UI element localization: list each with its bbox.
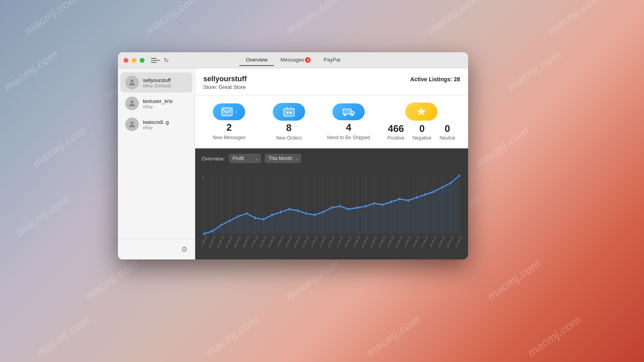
settings-button[interactable]: ⚙ xyxy=(180,243,189,255)
svg-text:11.05.22: 11.05.22 xyxy=(285,234,293,249)
svg-rect-3 xyxy=(222,108,232,116)
svg-text:07.05.22: 07.05.22 xyxy=(251,234,258,249)
svg-text:06.05.22: 06.05.22 xyxy=(242,234,250,249)
svg-point-7 xyxy=(344,114,346,116)
feedback-icon-btn[interactable] xyxy=(405,103,438,121)
store-name-block: sellyourstuff Store: Great Store xyxy=(203,75,247,90)
stat-card-messages: › 2 New Messages xyxy=(203,103,255,140)
shipping-label: Need to Be Shipped xyxy=(327,135,370,140)
avatar-sellyourstuff xyxy=(125,76,139,89)
svg-text:08.05.22: 08.05.22 xyxy=(259,234,267,249)
app-window: ↻ Overview Messages2 PayPal xyxy=(118,52,468,259)
store-username: sellyourstuff xyxy=(203,75,247,83)
svg-text:17.05.22: 17.05.22 xyxy=(336,234,343,249)
chart-controls: Overview: Profit Revenue Orders This Mon… xyxy=(202,154,462,163)
svg-point-43 xyxy=(220,224,222,227)
account-sub: eBay (Default) xyxy=(143,83,171,88)
svg-point-67 xyxy=(424,193,426,196)
svg-point-46 xyxy=(246,212,248,215)
svg-text:09.05.22: 09.05.22 xyxy=(268,234,275,249)
svg-text:12.05.22: 12.05.22 xyxy=(293,234,301,249)
svg-text:30.05.22: 30.05.22 xyxy=(446,234,454,249)
svg-point-0 xyxy=(130,80,133,82)
negative-count: 0 xyxy=(419,123,425,134)
feedback-positive: 466 Positive xyxy=(388,123,405,141)
chart-section: Overview: Profit Revenue Orders This Mon… xyxy=(195,148,468,259)
store-header: sellyourstuff Store: Great Store Active … xyxy=(195,68,468,95)
messages-label: New Messages xyxy=(213,135,246,140)
shipping-icon-btn[interactable] xyxy=(332,103,365,120)
svg-text:04.05.22: 04.05.22 xyxy=(225,234,233,249)
stats-row: › 2 New Messages 8 xyxy=(195,95,468,148)
main-panel: sellyourstuff Store: Great Store Active … xyxy=(195,68,468,259)
svg-text:1: 1 xyxy=(202,175,204,180)
traffic-lights xyxy=(118,58,144,63)
sidebar-toggle-button[interactable] xyxy=(151,57,160,64)
svg-point-52 xyxy=(297,209,299,212)
overview-label: Overview: xyxy=(202,156,225,162)
account-info-testuser-kris: testuser_kris eBay xyxy=(143,98,173,109)
account-item-sellyourstuff[interactable]: sellyourstuff eBay (Default) xyxy=(120,72,192,93)
svg-text:05.05.22: 05.05.22 xyxy=(234,234,242,249)
neutral-label: Neutral xyxy=(440,135,455,141)
svg-text:13.05.22: 13.05.22 xyxy=(302,234,310,249)
svg-text:19.05.22: 19.05.22 xyxy=(353,234,361,249)
account-item-testuser-kris[interactable]: testuser_kris eBay xyxy=(120,93,192,113)
svg-point-68 xyxy=(433,190,435,193)
svg-marker-9 xyxy=(417,107,426,115)
svg-point-47 xyxy=(254,216,256,220)
svg-point-53 xyxy=(305,212,307,215)
minimize-button[interactable] xyxy=(132,58,136,63)
metric-select[interactable]: Profit Revenue Orders xyxy=(229,154,261,163)
maximize-button[interactable] xyxy=(140,58,144,63)
account-name: sellyourstuff xyxy=(143,77,171,83)
orders-label: New Orders xyxy=(276,135,302,141)
toggle-bar xyxy=(151,60,160,61)
svg-point-42 xyxy=(212,229,214,232)
svg-point-64 xyxy=(399,197,401,201)
svg-point-6 xyxy=(289,111,291,113)
messages-icon-btn[interactable]: › xyxy=(213,103,245,120)
account-info-iwascoding: iwascodi..g eBay xyxy=(143,119,169,130)
neutral-count: 0 xyxy=(445,123,450,134)
svg-text:21.05.22: 21.05.22 xyxy=(370,234,378,249)
svg-point-50 xyxy=(280,210,282,214)
stat-card-feedback: 466 Positive 0 Negative 0 Neutral xyxy=(382,103,460,141)
orders-icon-btn[interactable] xyxy=(273,103,305,121)
svg-point-56 xyxy=(331,206,333,209)
svg-point-5 xyxy=(286,111,288,113)
svg-text:27.05.22: 27.05.22 xyxy=(421,234,428,249)
svg-point-59 xyxy=(356,206,358,209)
svg-text:31.05.22: 31.05.22 xyxy=(455,234,462,249)
sidebar: sellyourstuff eBay (Default) testuser_kr… xyxy=(118,68,195,259)
svg-point-69 xyxy=(441,186,443,189)
stat-card-orders: 8 New Orders xyxy=(263,103,314,141)
svg-text:28.05.22: 28.05.22 xyxy=(429,234,437,249)
tab-paypal[interactable]: PayPal xyxy=(317,54,347,66)
period-select[interactable]: This Month Last Month This Year xyxy=(265,154,301,163)
app-body: sellyourstuff eBay (Default) testuser_kr… xyxy=(118,68,468,259)
positive-count: 466 xyxy=(388,123,404,134)
close-button[interactable] xyxy=(124,58,128,63)
svg-text:02.05.22: 02.05.22 xyxy=(208,234,216,249)
svg-point-45 xyxy=(237,215,239,218)
svg-point-49 xyxy=(271,213,273,216)
account-sub: eBay xyxy=(143,125,169,130)
active-listings: Active Listings: 28 xyxy=(410,76,460,82)
sidebar-footer: ⚙ xyxy=(118,239,195,259)
tab-messages[interactable]: Messages2 xyxy=(274,54,317,66)
stat-card-shipping: 4 Need to Be Shipped xyxy=(323,103,374,140)
svg-text:10.05.22: 10.05.22 xyxy=(277,234,284,249)
refresh-button[interactable]: ↻ xyxy=(164,57,169,64)
feedback-group: 466 Positive 0 Negative 0 Neutral xyxy=(388,123,455,141)
svg-point-63 xyxy=(390,200,392,204)
feedback-negative: 0 Negative xyxy=(413,123,431,141)
svg-rect-4 xyxy=(284,109,294,116)
svg-text:24.05.22: 24.05.22 xyxy=(395,234,403,249)
account-list: sellyourstuff eBay (Default) testuser_kr… xyxy=(118,68,195,239)
svg-point-60 xyxy=(365,205,367,208)
svg-point-71 xyxy=(458,174,460,177)
tab-overview[interactable]: Overview xyxy=(239,54,274,66)
account-item-iwascoding[interactable]: iwascodi..g eBay xyxy=(120,114,192,134)
svg-point-51 xyxy=(288,208,290,211)
